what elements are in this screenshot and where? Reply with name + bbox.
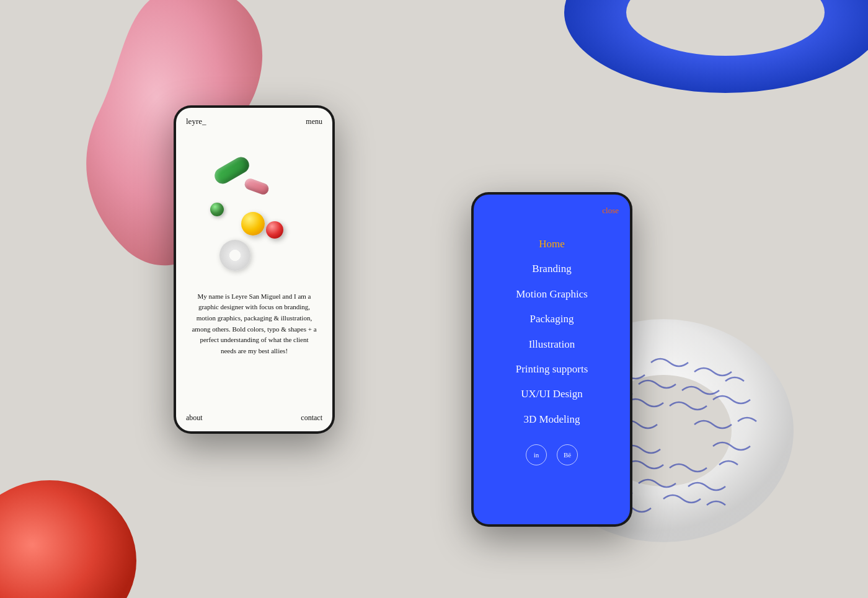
nav-item-motion-graphics[interactable]: Motion Graphics [484, 282, 620, 307]
phone-left-main: My name is Leyre San Miguel and I am a g… [176, 131, 332, 405]
yellow-ball-shape [241, 212, 265, 235]
phone-right: close HomeBrandingMotion GraphicsPackagi… [471, 192, 632, 527]
nav-item-illustration[interactable]: Illustration [484, 332, 620, 357]
phone-left: leyre_ menu [174, 105, 335, 434]
nav-item-branding[interactable]: Branding [484, 257, 620, 281]
about-link[interactable]: about [186, 413, 203, 423]
nav-item-ux/ui-design[interactable]: UX/UI Design [484, 382, 620, 407]
red-ball-shape [266, 221, 283, 239]
bio-text: My name is Leyre San Miguel and I am a g… [188, 291, 320, 357]
background [0, 0, 868, 598]
behance-icon[interactable]: Bē [557, 444, 578, 465]
white-donut-shape [219, 240, 250, 271]
nav-item-home[interactable]: Home [484, 232, 620, 257]
decorative-shapes [176, 144, 332, 268]
menu-button[interactable]: menu [306, 117, 322, 126]
phone-left-footer: about contact [176, 405, 332, 431]
nav-item-packaging[interactable]: Packaging [484, 307, 620, 332]
nav-item-printing-supports[interactable]: Printing supports [484, 357, 620, 382]
social-links: in Bē [526, 444, 578, 465]
pink-pill-shape [243, 177, 270, 196]
phone-left-header: leyre_ menu [176, 108, 332, 131]
navigation-menu: HomeBrandingMotion GraphicsPackagingIllu… [484, 232, 620, 432]
linkedin-icon[interactable]: in [526, 444, 547, 465]
close-button[interactable]: close [602, 206, 619, 216]
logo: leyre_ [186, 117, 206, 126]
green-ball-shape [210, 203, 224, 216]
contact-link[interactable]: contact [301, 413, 322, 423]
nav-item-3d-modeling[interactable]: 3D Modeling [484, 407, 620, 432]
